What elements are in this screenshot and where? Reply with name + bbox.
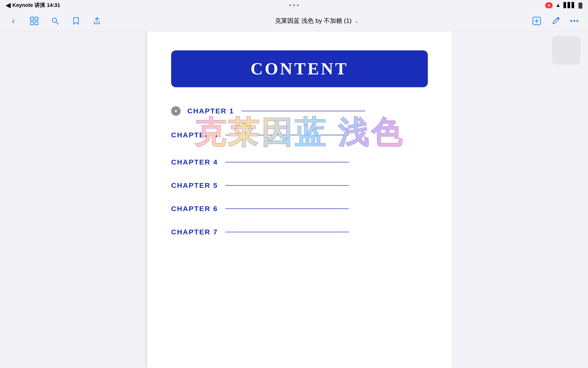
chapter-5-line (225, 185, 349, 186)
bookmark-button[interactable] (70, 15, 82, 27)
chapters-section: CHAPTER 1 CHAPTER 3 克莱因蓝 浅色 CHAPTER 4 (171, 106, 428, 236)
chapter-1-line (242, 111, 365, 111)
time-display: 14:31 (47, 2, 60, 8)
grid-icon (30, 17, 38, 25)
back-button[interactable]: ‹ (8, 15, 19, 27)
bookmark-icon (72, 17, 80, 25)
toolbar: ‹ 克莱因蓝 浅 (0, 10, 588, 31)
status-left: ◀ Keynote 讲演 14:31 (6, 2, 60, 9)
chapter-2-area: CHAPTER 3 克莱因蓝 浅色 (171, 131, 428, 139)
chapter-7-label: CHAPTER 7 (171, 228, 219, 236)
chapter-3-entry: CHAPTER 3 (171, 131, 428, 139)
search-icon (51, 17, 59, 25)
toolbar-right: ••• (531, 15, 580, 27)
chapter-7-line (225, 232, 349, 232)
chapter-1-entry: CHAPTER 1 (171, 106, 428, 116)
dot-2 (293, 4, 295, 6)
search-button[interactable] (49, 15, 61, 27)
chapter-4-line (225, 162, 349, 162)
chapter-4-label: CHAPTER 4 (171, 158, 219, 166)
thumbnail-widget (552, 36, 580, 65)
chapter-1-circle-icon (173, 108, 179, 114)
more-dots-icon: ••• (570, 17, 579, 25)
document-title[interactable]: 克莱因蓝 浅色 by 不加糖 (1) (275, 17, 352, 25)
annotate-button[interactable] (550, 15, 561, 27)
dot-1 (289, 4, 291, 6)
document-page: CONTENT CHAPTER 1 CHAPTER 3 (147, 31, 452, 368)
chapter-1-label: CHAPTER 1 (187, 107, 235, 115)
svg-rect-0 (30, 17, 34, 20)
toolbar-left: ‹ (8, 15, 103, 27)
chapter-6-label: CHAPTER 6 (171, 205, 219, 213)
svg-rect-2 (30, 22, 34, 25)
content-banner: CONTENT (171, 50, 428, 87)
add-button[interactable] (531, 15, 542, 27)
status-dots (289, 4, 299, 6)
battery-icon: ▓ (579, 2, 582, 8)
right-sidebar (452, 31, 588, 368)
chapter-1-icon (171, 106, 181, 116)
app-name: Keynote 讲演 (12, 2, 45, 9)
back-icon: ‹ (12, 16, 15, 26)
title-chevron-icon[interactable]: ⌄ (354, 18, 359, 24)
chapter-6-line (225, 209, 349, 209)
dot-3 (297, 4, 299, 6)
svg-point-11 (175, 110, 177, 112)
signal-icon: ▋▋▋ (563, 2, 576, 8)
svg-rect-1 (35, 17, 38, 20)
toolbar-center: 克莱因蓝 浅色 by 不加糖 (1) ⌄ (103, 17, 531, 25)
svg-line-5 (56, 22, 58, 24)
main-area: CONTENT CHAPTER 1 CHAPTER 3 (0, 31, 588, 368)
left-sidebar (0, 31, 147, 368)
status-right: ● ▲ ▋▋▋ ▓ (545, 2, 582, 8)
chapter-6-entry: CHAPTER 6 (171, 205, 428, 213)
grid-button[interactable] (28, 15, 40, 27)
chapter-5-label: CHAPTER 5 (171, 181, 219, 189)
chapter-3-label: CHAPTER 3 (171, 131, 219, 139)
chapter-3-line (225, 135, 349, 135)
back-arrow-icon: ◀ (6, 2, 10, 9)
content-banner-text: CONTENT (251, 59, 348, 78)
wifi-icon: ▲ (555, 2, 561, 8)
pen-icon (552, 17, 560, 25)
status-bar: ◀ Keynote 讲演 14:31 ● ▲ ▋▋▋ ▓ (0, 0, 588, 10)
chapter-4-entry: CHAPTER 4 (171, 158, 428, 166)
more-button[interactable]: ••• (569, 15, 580, 27)
svg-point-9 (557, 17, 559, 19)
chapter-5-entry: CHAPTER 5 (171, 181, 428, 189)
share-icon (93, 17, 101, 25)
add-icon (532, 17, 541, 25)
svg-rect-3 (35, 22, 38, 25)
chapter-7-entry: CHAPTER 7 (171, 228, 428, 236)
share-button[interactable] (91, 15, 103, 27)
recording-indicator: ● (545, 2, 552, 8)
